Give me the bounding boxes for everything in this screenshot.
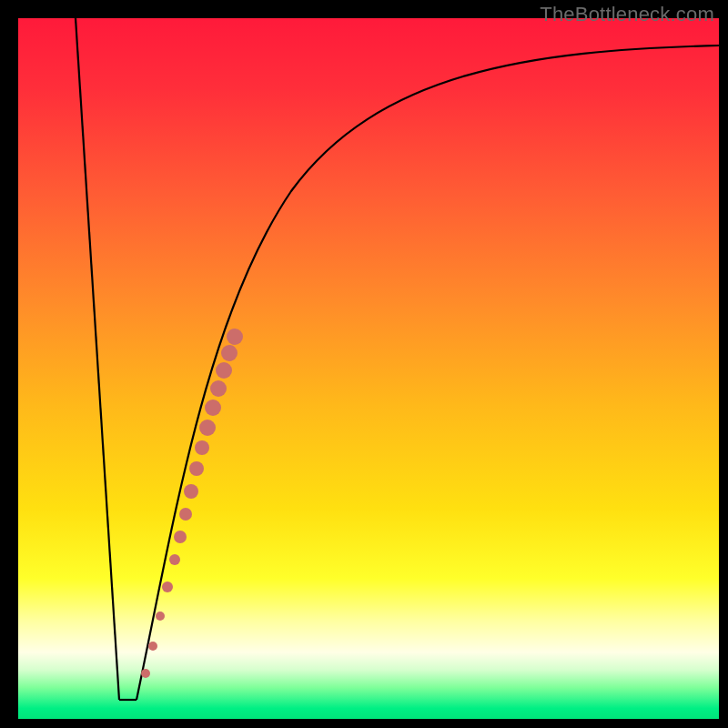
- plot-area: [18, 18, 719, 719]
- gradient-background: [18, 18, 719, 719]
- watermark-text: TheBottleneck.com: [540, 3, 714, 26]
- chart-frame: TheBottleneck.com: [5, 5, 723, 723]
- svg-rect-0: [18, 18, 719, 719]
